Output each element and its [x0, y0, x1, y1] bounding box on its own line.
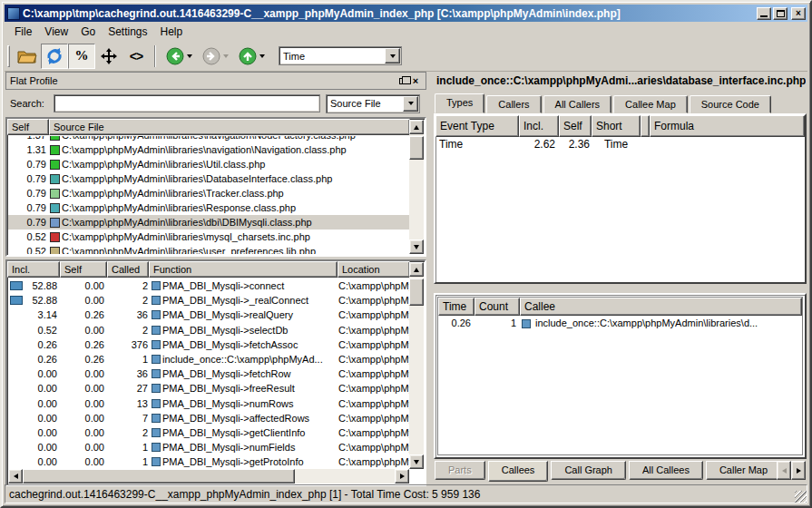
menu-go[interactable]: Go [74, 24, 102, 40]
search-input[interactable] [54, 94, 320, 112]
cycle-detection-button[interactable]: <> [122, 44, 150, 69]
resize-grip[interactable] [795, 491, 807, 503]
tab-source-code[interactable]: Source Code [690, 95, 771, 113]
maximize-button[interactable] [773, 7, 788, 20]
scroll-thumb[interactable] [23, 469, 295, 484]
minimize-button[interactable] [757, 7, 771, 20]
column-header-incl[interactable]: Incl. [7, 261, 60, 278]
file-row[interactable]: 1.31 C:\xampp\phpMyAdmin\libraries\navig… [8, 142, 409, 157]
open-file-button[interactable] [14, 44, 41, 69]
relative-cost-button[interactable] [41, 44, 68, 69]
function-row[interactable]: 0.00 0.00 36 PMA_DBI_Mysqli->fetchRow C:… [8, 366, 409, 381]
title-bar[interactable]: C:\xampp\tmp\cachegrind.out.1416463299-C… [5, 5, 807, 22]
column-header-function[interactable]: Function [149, 261, 338, 278]
detail-splitter[interactable] [433, 284, 807, 293]
column-header-self[interactable]: Self [559, 115, 592, 137]
column-header-self[interactable]: Self [60, 261, 107, 278]
combo-dropdown-button[interactable] [385, 48, 400, 64]
scroll-up-button[interactable] [409, 262, 424, 277]
function-row[interactable]: 0.00 0.00 1 PMA_DBI_Mysqli->getProtoInfo… [8, 454, 409, 469]
function-row[interactable]: 52.88 0.00 2 PMA_DBI_Mysqli->connect C:\… [8, 278, 409, 293]
function-list-horizontal-scrollbar[interactable] [8, 469, 409, 484]
tab-all-callees[interactable]: All Callees [629, 461, 703, 480]
column-header-called[interactable]: Called [107, 261, 149, 278]
flat-profile-titlebar[interactable]: Flat Profile × [5, 72, 426, 90]
event-type-row[interactable]: Time 2.62 2.36 Time [435, 137, 805, 152]
column-header-incl[interactable]: Incl. [519, 115, 559, 137]
function-list: Incl. Self Called Function Location 52.8… [5, 259, 426, 486]
column-header-self[interactable]: Self [7, 119, 49, 135]
file-row[interactable]: 0.79 C:\xampp\phpMyAdmin\libraries\Respo… [8, 200, 409, 215]
menu-file[interactable]: File [8, 24, 38, 40]
column-header-location[interactable]: Location [338, 261, 410, 278]
tab-scroll-right-button[interactable] [791, 461, 806, 480]
function-row[interactable]: 0.00 0.00 27 PMA_DBI_Mysqli->freeResult … [8, 381, 409, 396]
back-button[interactable] [161, 44, 197, 69]
file-path: C:\xampp\phpMyAdmin\libraries\mysql_char… [62, 230, 409, 244]
toolbar-handle[interactable] [7, 45, 10, 67]
function-row[interactable]: 0.26 0.26 1 include_once::C:\xampp\phpMy… [8, 352, 409, 366]
percent-toggle-button[interactable]: % [68, 44, 95, 69]
scroll-down-button[interactable] [409, 239, 424, 254]
function-row[interactable]: 0.00 0.00 2 PMA_DBI_Mysqli->getClientInf… [8, 425, 409, 440]
float-dock-button[interactable] [396, 74, 409, 87]
tab-callees[interactable]: Callees [488, 461, 549, 482]
scroll-down-button[interactable] [409, 454, 424, 469]
column-header-short[interactable]: Short [592, 115, 641, 137]
file-path: C:\xampp\phpMyAdmin\libraries\Response.c… [62, 200, 409, 215]
forward-button [197, 44, 233, 69]
expand-areas-button[interactable] [95, 44, 122, 69]
tab-call-graph[interactable]: Call Graph [551, 461, 626, 480]
scroll-up-button[interactable] [409, 120, 424, 134]
file-row[interactable]: 0.79 C:\xampp\phpMyAdmin\libraries\Util.… [8, 157, 409, 171]
column-header-time[interactable]: Time [438, 298, 474, 316]
function-row[interactable]: 0.00 0.00 7 PMA_DBI_Mysqli->affectedRows… [8, 411, 409, 425]
file-row[interactable]: 0.79 C:\xampp\phpMyAdmin\libraries\Track… [8, 186, 409, 200]
menu-help[interactable]: Help [154, 24, 190, 40]
column-header-count[interactable]: Count [474, 298, 520, 316]
tab-caller-map[interactable]: Caller Map [706, 461, 781, 480]
function-list-vertical-scrollbar[interactable] [409, 262, 424, 469]
function-row[interactable]: 3.14 0.26 36 PMA_DBI_Mysqli->realQuery C… [8, 308, 409, 322]
close-dock-button[interactable]: × [409, 74, 422, 87]
file-path: C:\xampp\phpMyAdmin\libraries\navigation… [62, 142, 409, 157]
toolbar-separator [154, 45, 156, 67]
column-header-formula[interactable]: Formula [650, 115, 805, 137]
tab-callee-map[interactable]: Callee Map [613, 95, 688, 113]
menu-settings[interactable]: Settings [102, 24, 153, 40]
file-row-selected[interactable]: 0.79 C:\xampp\phpMyAdmin\libraries\dbi\D… [8, 215, 409, 230]
column-header-callee[interactable]: Callee [520, 298, 802, 316]
menu-view[interactable]: View [38, 24, 74, 40]
grouping-combobox[interactable]: Source File [326, 94, 420, 113]
file-row[interactable]: 0.52 C:\xampp\phpMyAdmin\libraries\mysql… [8, 230, 409, 244]
grouping-dropdown-button[interactable] [403, 96, 418, 112]
function-row[interactable]: 0.00 0.00 1 PMA_DBI_Mysqli->numFields C:… [8, 440, 409, 454]
up-dropdown-icon[interactable] [259, 54, 265, 58]
scroll-thumb[interactable] [409, 136, 424, 160]
function-row[interactable]: 0.26 0.26 376 PMA_DBI_Mysqli->fetchAssoc… [8, 337, 409, 352]
function-row[interactable]: 52.88 0.00 2 PMA_DBI_Mysqli->_realConnec… [8, 293, 409, 308]
close-button[interactable]: × [791, 7, 806, 20]
function-row[interactable]: 0.00 0.00 13 PMA_DBI_Mysqli->numRows C:\… [8, 396, 409, 411]
column-header-event-type[interactable]: Event Type [435, 115, 519, 137]
callee-row[interactable]: 0.26 1 include_once::C:\xampp\phpMyAdmin… [438, 316, 802, 331]
column-header-source-file[interactable]: Source File [49, 119, 410, 135]
self-value: 0.26 [61, 308, 108, 322]
file-row[interactable]: 0.79 C:\xampp\phpMyAdmin\libraries\Datab… [8, 171, 409, 186]
scroll-thumb[interactable] [409, 278, 424, 306]
self-value: 0.00 [61, 425, 108, 440]
file-row[interactable]: 0.52 C:\xampp\phpMyAdmin\libraries\user_… [8, 244, 409, 254]
file-list-vertical-scrollbar[interactable] [409, 120, 424, 254]
scroll-left-button[interactable] [8, 469, 23, 484]
tab-types[interactable]: Types [435, 93, 484, 113]
tab-all-callers[interactable]: All Callers [543, 95, 612, 113]
toolbar: % <> [5, 41, 807, 72]
function-row[interactable]: 0.52 0.00 2 PMA_DBI_Mysqli->selectDb C:\… [8, 323, 409, 337]
back-dropdown-icon[interactable] [187, 54, 192, 58]
app-icon[interactable] [7, 7, 20, 20]
file-row[interactable]: 1.37 C:\xampp\phpMyAdmin\libraries\navig… [8, 136, 409, 142]
event-type-combobox[interactable]: Time [279, 46, 402, 65]
tab-callers[interactable]: Callers [486, 95, 541, 113]
scroll-right-button[interactable] [395, 469, 409, 484]
up-button[interactable] [233, 44, 269, 69]
